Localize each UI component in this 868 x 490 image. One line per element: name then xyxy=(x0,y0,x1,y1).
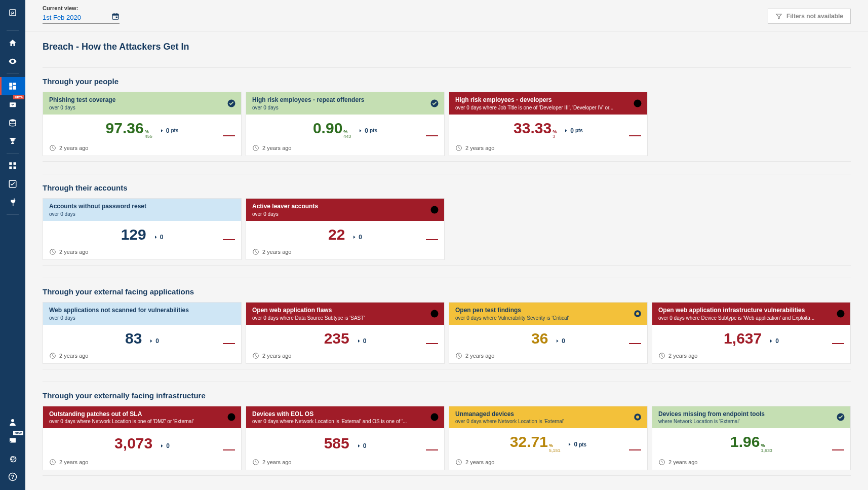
card-footer: 2 years ago xyxy=(449,349,647,363)
card-header: Open web application infrastructure vuln… xyxy=(652,303,850,325)
new-badge: NEW xyxy=(13,431,23,435)
card-header: Phishing test coverageover 0 days xyxy=(43,92,241,115)
filters-button: Filters not available xyxy=(768,9,851,24)
card-subtitle: over 0 days where Network Location is 'E… xyxy=(252,419,419,424)
sparkline xyxy=(426,239,438,242)
metric-suffix: %5,151 xyxy=(549,443,561,454)
metric-value: 36 xyxy=(531,330,548,347)
card-footer: 2 years ago xyxy=(449,456,647,470)
metric-value: 129 xyxy=(121,226,146,243)
metric-card[interactable]: Outstanding patches out of SLAover 0 day… xyxy=(43,406,242,470)
alert-icon xyxy=(227,412,236,422)
sparkline xyxy=(223,343,235,346)
date-picker-label: Current view: xyxy=(43,5,120,11)
clock-icon xyxy=(455,352,462,359)
metric-card[interactable]: Phishing test coverageover 0 days97.36%4… xyxy=(43,92,242,156)
metric-card[interactable]: High risk employees - repeat offendersov… xyxy=(246,92,445,156)
sparkline xyxy=(832,343,844,346)
sparkline xyxy=(426,449,438,453)
card-timestamp: 2 years ago xyxy=(465,459,494,465)
metric-card[interactable]: Active leaver accountsover 0 days2202 ye… xyxy=(246,198,445,260)
section-title: Through your people xyxy=(43,77,851,86)
card-timestamp: 2 years ago xyxy=(262,145,291,151)
sidebar-item-news[interactable]: NEW xyxy=(0,431,25,449)
card-header: Open pen test findingsover 0 days where … xyxy=(449,303,647,325)
sparkline xyxy=(223,135,235,138)
svg-point-7 xyxy=(10,119,16,122)
sparkline xyxy=(426,343,438,346)
metric-card[interactable]: Open web application flawsover 0 days wh… xyxy=(246,302,445,364)
card-timestamp: 2 years ago xyxy=(668,353,697,359)
card-title: Accounts without password reset xyxy=(49,203,235,211)
card-title: High risk employees - developers xyxy=(455,96,641,104)
svg-rect-4 xyxy=(13,86,16,90)
metric-card[interactable]: Open pen test findingsover 0 days where … xyxy=(449,302,648,364)
svg-point-13 xyxy=(11,419,14,422)
card-timestamp: 2 years ago xyxy=(59,145,88,151)
metric-value: 83 xyxy=(125,330,142,347)
metric-delta: 0pts xyxy=(562,127,583,134)
card-subtitle: where Network Location is 'External' xyxy=(658,419,825,424)
sidebar-item-trophy[interactable] xyxy=(0,132,25,150)
sidebar-item-threats[interactable]: BETA xyxy=(0,95,25,114)
card-title: Open web application flaws xyxy=(252,307,438,315)
sidebar-item-visibility[interactable] xyxy=(0,52,25,70)
card-timestamp: 2 years ago xyxy=(59,353,88,359)
card-header: High risk employees - developersover 0 d… xyxy=(449,92,647,115)
sidebar-item-home[interactable] xyxy=(0,34,25,52)
svg-text:P: P xyxy=(11,11,14,16)
alert-icon xyxy=(430,309,439,318)
sidebar-item-profile[interactable] xyxy=(0,413,25,431)
card-title: High risk employees - repeat offenders xyxy=(252,96,438,104)
clock-icon xyxy=(252,459,259,466)
svg-rect-8 xyxy=(9,162,12,165)
metric-card[interactable]: Open web application infrastructure vuln… xyxy=(652,302,851,364)
card-subtitle: over 0 days xyxy=(49,105,216,110)
sidebar-item-help[interactable]: ? xyxy=(0,468,25,486)
card-timestamp: 2 years ago xyxy=(262,459,291,465)
card-title: Open web application infrastructure vuln… xyxy=(658,307,844,315)
sidebar-item-grid[interactable] xyxy=(0,157,25,175)
metric-card[interactable]: High risk employees - developersover 0 d… xyxy=(449,92,648,156)
card-title: Devices missing from endpoint tools xyxy=(658,410,844,419)
alert-icon xyxy=(633,99,642,108)
page-title: Breach - How the Attackers Get In xyxy=(43,42,851,52)
sidebar-item-plug[interactable] xyxy=(0,193,25,211)
clock-icon xyxy=(49,248,56,255)
sidebar-item-settings[interactable] xyxy=(0,449,25,468)
metric-value: 3,073 xyxy=(114,435,152,452)
card-body: 220 xyxy=(246,221,444,245)
metric-delta: 0 xyxy=(151,234,164,241)
app-logo[interactable]: P xyxy=(0,0,25,25)
metric-value: 585 xyxy=(324,435,349,452)
sparkline xyxy=(223,239,235,242)
metric-value: 97.36%455 xyxy=(106,120,152,140)
svg-rect-9 xyxy=(14,162,16,165)
alert-icon xyxy=(430,205,439,214)
card-body: 32.71%5,1510pts xyxy=(449,428,647,456)
sidebar-item-dashboards[interactable] xyxy=(0,77,25,95)
metric-card[interactable]: Devices missing from endpoint toolswhere… xyxy=(652,406,851,470)
card-header: Active leaver accountsover 0 days xyxy=(246,199,444,221)
metric-card[interactable]: Web applications not scanned for vulnera… xyxy=(43,302,242,364)
clock-icon xyxy=(455,459,462,466)
metric-card[interactable]: Devices with EOL OSover 0 days where Net… xyxy=(246,406,445,470)
sidebar-item-data[interactable] xyxy=(0,114,25,132)
card-body: 830 xyxy=(43,325,241,349)
sidebar: P BETA xyxy=(0,0,25,490)
svg-rect-5 xyxy=(9,87,12,90)
filter-icon xyxy=(775,13,782,20)
check-icon xyxy=(836,412,845,422)
card-header: Unmanaged devicesover 0 days where Netwo… xyxy=(449,406,647,429)
metric-value: 33.33%3 xyxy=(514,120,557,140)
cards-row: Accounts without password resetover 0 da… xyxy=(43,198,851,260)
date-picker[interactable]: Current view: 1st Feb 2020 xyxy=(43,5,120,24)
sidebar-item-checklist[interactable] xyxy=(0,175,25,193)
card-timestamp: 2 years ago xyxy=(668,459,697,465)
card-title: Phishing test coverage xyxy=(49,96,235,104)
main-content: Current view: 1st Feb 2020 Filters not a… xyxy=(25,0,868,490)
metric-card[interactable]: Unmanaged devicesover 0 days where Netwo… xyxy=(449,406,648,470)
metric-card[interactable]: Accounts without password resetover 0 da… xyxy=(43,198,242,260)
metric-value: 0.90%443 xyxy=(313,120,351,140)
metric-delta: 0pts xyxy=(157,127,179,134)
